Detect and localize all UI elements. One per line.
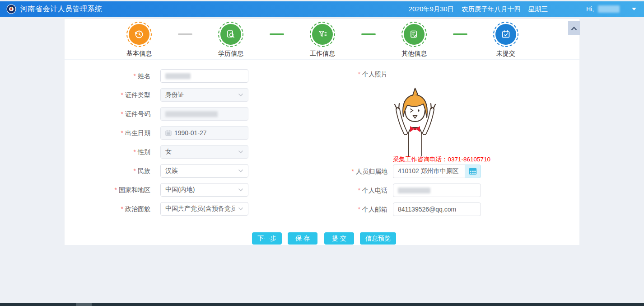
label-personnel-location: *人员归属地: [299, 165, 387, 178]
label-political-status: *政治面貌: [65, 202, 150, 216]
document-search-icon: [225, 29, 236, 40]
political-status-select[interactable]: 中国共产党员(含预备党员): [160, 202, 248, 216]
country-region-select[interactable]: 中国(内地): [160, 183, 248, 197]
form-card: 基本信息 学历信息 工作信息: [65, 19, 579, 245]
user-menu[interactable]: Hi,: [586, 1, 636, 17]
label-id-type: *证件类型: [65, 88, 150, 102]
step-work-info[interactable]: 工作信息: [295, 22, 350, 58]
personal-email-input[interactable]: 841139526@qq.com: [393, 202, 481, 216]
step-label: 基本信息: [112, 50, 166, 58]
funnel-icon: [317, 29, 328, 40]
caret-down-icon: [632, 8, 636, 10]
step-label: 未提交: [479, 50, 533, 58]
region-table-icon: [469, 168, 477, 175]
birth-date-input[interactable]: 1990-01-27: [160, 126, 248, 140]
step-connector: [361, 33, 376, 35]
personal-photo[interactable]: [390, 81, 440, 156]
personnel-location-group: 410102 郑州市中原区: [393, 165, 481, 178]
label-country-region: *国家和地区: [65, 183, 150, 197]
info-preview-button[interactable]: 信息预览: [360, 232, 396, 245]
step-not-submitted[interactable]: 未提交: [479, 22, 533, 58]
label-personal-email: *个人邮箱: [299, 202, 387, 216]
name-input[interactable]: [160, 69, 248, 83]
masked-value: [165, 73, 191, 79]
gender-select[interactable]: 女: [160, 145, 248, 159]
label-gender: *性别: [65, 145, 150, 159]
calendar-icon: [165, 130, 172, 136]
step-basic-info[interactable]: 基本信息: [112, 22, 166, 58]
user-name-masked: [598, 5, 620, 13]
masked-value: [165, 111, 218, 117]
step-connector: [178, 33, 192, 35]
header-datetime: 2020年9月30日 农历庚子年八月十四 星期三: [409, 1, 548, 17]
user-greeting: Hi,: [586, 5, 594, 13]
header-lunar-date: 农历庚子年八月十四: [462, 5, 521, 14]
app-header: 河南省会计人员管理系统 2020年9月30日 农历庚子年八月十四 星期三 Hi,: [0, 1, 644, 17]
step-label: 学历信息: [204, 50, 258, 58]
stepper: 基本信息 学历信息 工作信息: [65, 19, 579, 60]
history-clock-icon: [134, 29, 145, 40]
step-education-info[interactable]: 学历信息: [204, 22, 258, 58]
calendar-check-icon: [500, 29, 511, 40]
hotline-text: 采集工作咨询电话：0371-86105710: [393, 155, 490, 164]
step-label: 其他信息: [387, 50, 441, 58]
document-check-icon: [409, 29, 420, 40]
label-personal-photo: *个人照片: [299, 69, 387, 79]
chevron-down-icon: [238, 207, 243, 211]
scroll-top-button[interactable]: [568, 21, 580, 35]
step-connector: [270, 33, 284, 35]
chevron-down-icon: [238, 150, 243, 154]
personal-phone-input[interactable]: [393, 184, 481, 197]
id-number-input[interactable]: [160, 107, 248, 121]
step-label: 工作信息: [295, 50, 350, 58]
brand: 河南省会计人员管理系统: [6, 1, 103, 17]
save-button[interactable]: 保 存: [288, 232, 317, 245]
app-logo-icon: [6, 4, 16, 14]
screen: 河南省会计人员管理系统 2020年9月30日 农历庚子年八月十四 星期三 Hi,: [0, 0, 644, 306]
step-other-info[interactable]: 其他信息: [387, 22, 441, 58]
chevron-down-icon: [238, 169, 243, 173]
header-date: 2020年9月30日: [409, 5, 454, 14]
label-personal-phone: *个人电话: [299, 184, 387, 197]
step-connector: [453, 33, 467, 35]
taskbar-segment: [76, 303, 92, 306]
submit-button[interactable]: 提 交: [324, 232, 354, 245]
label-ethnicity: *民族: [65, 164, 150, 178]
personnel-location-input[interactable]: 410102 郑州市中原区: [393, 165, 465, 178]
label-birth-date: *出生日期: [65, 126, 150, 140]
chevron-down-icon: [238, 188, 243, 192]
ethnicity-select[interactable]: 汉族: [160, 164, 248, 178]
masked-value: [398, 188, 430, 193]
chevron-up-icon: [571, 27, 577, 30]
location-picker-button[interactable]: [465, 165, 481, 178]
next-step-button[interactable]: 下一步: [252, 232, 282, 245]
id-type-select[interactable]: 身份证: [160, 88, 248, 102]
header-weekday: 星期三: [528, 5, 548, 14]
chevron-down-icon: [238, 93, 243, 97]
label-id-number: *证件号码: [65, 107, 150, 121]
label-name: *姓名: [65, 69, 150, 83]
taskbar: [0, 303, 644, 306]
app-title: 河南省会计人员管理系统: [20, 5, 103, 14]
